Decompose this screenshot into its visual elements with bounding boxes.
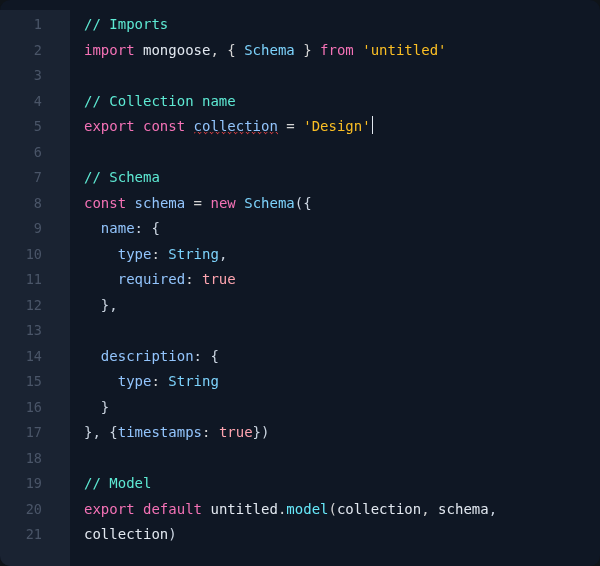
code-token <box>84 271 118 287</box>
code-line[interactable] <box>84 140 600 166</box>
text-cursor <box>372 116 373 134</box>
code-token <box>126 195 134 211</box>
line-number: 6 <box>0 140 70 166</box>
line-number: 4 <box>0 89 70 115</box>
line-number: 19 <box>0 471 70 497</box>
code-line[interactable]: collection) <box>84 522 600 548</box>
code-token: : <box>151 246 168 262</box>
code-line[interactable] <box>84 318 600 344</box>
line-number: 13 <box>0 318 70 344</box>
code-token: true <box>202 271 236 287</box>
code-token: , <box>489 501 497 517</box>
code-editor[interactable]: 123456789101112131415161718192021 // Imp… <box>0 0 600 566</box>
code-line[interactable] <box>84 63 600 89</box>
code-line[interactable]: type: String <box>84 369 600 395</box>
code-token: Schema <box>244 195 295 211</box>
line-number: 9 <box>0 216 70 242</box>
code-token: collection <box>194 118 278 135</box>
line-number: 1 <box>0 12 70 38</box>
code-line[interactable]: }, {timestamps: true}) <box>84 420 600 446</box>
code-line[interactable]: // Collection name <box>84 89 600 115</box>
code-line[interactable]: export const collection = 'Design' <box>84 114 600 140</box>
line-number: 17 <box>0 420 70 446</box>
code-line[interactable]: type: String, <box>84 242 600 268</box>
code-token: }, { <box>84 424 118 440</box>
line-number-gutter: 123456789101112131415161718192021 <box>0 10 70 566</box>
code-token: , <box>219 246 227 262</box>
code-token <box>84 246 118 262</box>
line-number: 18 <box>0 446 70 472</box>
code-token: name <box>101 220 135 236</box>
code-line[interactable]: // Imports <box>84 12 600 38</box>
line-number: 5 <box>0 114 70 140</box>
code-token: : <box>202 424 219 440</box>
code-token: , { <box>210 42 244 58</box>
code-line[interactable]: import mongoose, { Schema } from 'untitl… <box>84 38 600 64</box>
line-number: 8 <box>0 191 70 217</box>
code-token: }) <box>253 424 270 440</box>
code-token: export <box>84 118 135 134</box>
code-token: ) <box>168 526 176 542</box>
code-token: = <box>185 195 210 211</box>
code-line[interactable]: description: { <box>84 344 600 370</box>
code-token <box>84 373 118 389</box>
code-token: mongoose <box>143 42 210 58</box>
code-line[interactable]: // Model <box>84 471 600 497</box>
code-token: type <box>118 373 152 389</box>
code-token: // Schema <box>84 169 160 185</box>
code-token: default <box>143 501 202 517</box>
code-line[interactable]: export default untitled.model(collection… <box>84 497 600 523</box>
code-token <box>185 118 193 134</box>
code-token: }, <box>84 297 118 313</box>
code-token: ({ <box>295 195 312 211</box>
code-token: schema <box>438 501 489 517</box>
code-token: collection <box>84 526 168 542</box>
code-token <box>84 348 101 364</box>
code-token: } <box>84 399 109 415</box>
line-number: 2 <box>0 38 70 64</box>
code-token <box>236 195 244 211</box>
code-token: = <box>278 118 303 134</box>
code-line[interactable]: } <box>84 395 600 421</box>
code-token: untitled <box>210 501 277 517</box>
code-token: from <box>320 42 354 58</box>
code-token: , <box>421 501 438 517</box>
code-token: // Imports <box>84 16 168 32</box>
line-number: 14 <box>0 344 70 370</box>
code-token: const <box>84 195 126 211</box>
line-number: 20 <box>0 497 70 523</box>
code-token <box>135 501 143 517</box>
code-area[interactable]: // Importsimport mongoose, { Schema } fr… <box>70 10 600 566</box>
code-token: type <box>118 246 152 262</box>
code-token <box>354 42 362 58</box>
code-token: Schema <box>244 42 295 58</box>
line-number: 7 <box>0 165 70 191</box>
code-token: // Model <box>84 475 151 491</box>
code-token <box>135 118 143 134</box>
code-token: timestamps <box>118 424 202 440</box>
code-line[interactable]: }, <box>84 293 600 319</box>
code-line[interactable]: // Schema <box>84 165 600 191</box>
line-number: 15 <box>0 369 70 395</box>
code-token: String <box>168 246 219 262</box>
code-line[interactable] <box>84 446 600 472</box>
code-token: : { <box>194 348 219 364</box>
code-token: : { <box>135 220 160 236</box>
code-line[interactable]: const schema = new Schema({ <box>84 191 600 217</box>
code-token: ( <box>329 501 337 517</box>
line-number: 16 <box>0 395 70 421</box>
code-line[interactable]: required: true <box>84 267 600 293</box>
code-token: collection <box>337 501 421 517</box>
line-number: 12 <box>0 293 70 319</box>
code-token: model <box>286 501 328 517</box>
code-token: import <box>84 42 135 58</box>
code-line[interactable]: name: { <box>84 216 600 242</box>
code-token: String <box>168 373 219 389</box>
code-token: // Collection name <box>84 93 236 109</box>
code-token <box>84 220 101 236</box>
code-token: } <box>295 42 320 58</box>
code-token: description <box>101 348 194 364</box>
code-token: const <box>143 118 185 134</box>
code-token: 'Design' <box>303 118 370 134</box>
line-number: 21 <box>0 522 70 548</box>
